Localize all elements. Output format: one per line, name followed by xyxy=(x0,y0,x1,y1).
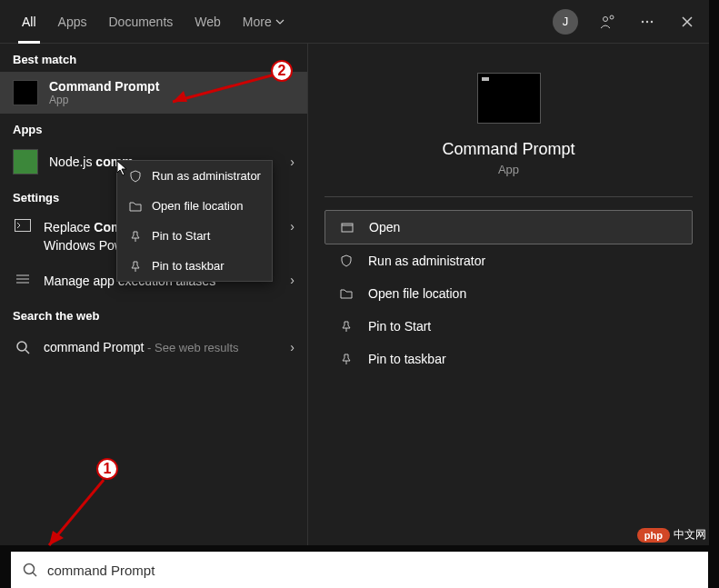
result-prefix: Node.js xyxy=(49,154,95,169)
cursor-icon xyxy=(116,160,129,176)
context-open-location[interactable]: Open file location xyxy=(117,191,272,221)
user-avatar[interactable]: J xyxy=(553,9,578,35)
web-result-0[interactable]: command Prompt - See web results › xyxy=(0,328,307,366)
context-label: Pin to taskbar xyxy=(152,259,225,273)
preview-pane: Command Prompt App Open Run as administr… xyxy=(307,44,709,545)
action-label: Open file location xyxy=(368,286,466,301)
svg-rect-7 xyxy=(342,224,353,232)
content-area: Best match Command Prompt App Apps Node.… xyxy=(0,44,709,545)
svg-rect-5 xyxy=(15,220,31,232)
watermark: php 中文网 xyxy=(637,527,706,543)
result-text: Command Prompt App xyxy=(49,79,295,106)
watermark-pill: php xyxy=(637,528,670,543)
action-open[interactable]: Open xyxy=(325,210,693,244)
more-options-button[interactable] xyxy=(636,11,658,33)
result-subtitle: App xyxy=(49,94,295,106)
chevron-right-icon: › xyxy=(290,273,295,287)
tab-apps[interactable]: Apps xyxy=(47,0,98,44)
context-label: Open file location xyxy=(152,199,243,213)
svg-point-1 xyxy=(610,15,614,19)
action-pin-taskbar[interactable]: Pin to taskbar xyxy=(325,343,693,375)
divider xyxy=(325,196,693,197)
pin-icon xyxy=(128,230,143,243)
tabs-row: All Apps Documents Web More J xyxy=(0,0,709,44)
section-best-match: Best match xyxy=(0,44,307,72)
action-label: Run as administrator xyxy=(368,254,485,268)
chevron-right-icon: › xyxy=(290,154,295,169)
tab-all[interactable]: All xyxy=(11,0,47,44)
action-label: Pin to taskbar xyxy=(368,352,446,366)
open-icon xyxy=(340,221,355,234)
folder-icon xyxy=(128,200,143,213)
chevron-down-icon xyxy=(275,17,285,26)
cmd-icon xyxy=(13,80,38,105)
nodejs-icon xyxy=(13,149,38,174)
svg-point-6 xyxy=(17,342,26,351)
web-text: command Prompt xyxy=(44,340,144,354)
svg-point-0 xyxy=(604,16,608,21)
chevron-right-icon: › xyxy=(290,219,295,234)
svg-point-4 xyxy=(651,20,653,22)
terminal-replace-icon xyxy=(13,219,33,232)
context-menu: Run as administrator Open file location … xyxy=(116,160,273,282)
preview-content: Command Prompt App Open Run as administr… xyxy=(325,62,693,375)
context-pin-taskbar[interactable]: Pin to taskbar xyxy=(117,251,272,281)
person-feedback-icon xyxy=(599,14,615,30)
section-apps: Apps xyxy=(0,114,307,142)
search-icon xyxy=(22,562,38,578)
tab-more[interactable]: More xyxy=(232,0,295,44)
shield-icon xyxy=(339,254,354,267)
tab-more-label: More xyxy=(243,15,272,29)
web-text-wrap: command Prompt - See web results xyxy=(44,339,239,355)
result-title: Command Prompt xyxy=(49,79,159,94)
pin-icon xyxy=(128,260,143,273)
pin-icon xyxy=(339,353,354,365)
svg-point-8 xyxy=(25,564,35,574)
tabs-right: J xyxy=(553,9,698,35)
feedback-button[interactable] xyxy=(596,11,618,33)
start-search-window: All Apps Documents Web More J Best match xyxy=(0,0,709,545)
search-bar[interactable] xyxy=(11,552,708,588)
context-label: Pin to Start xyxy=(152,229,210,243)
action-label: Open xyxy=(369,220,400,234)
chevron-right-icon: › xyxy=(290,340,295,354)
watermark-text: 中文网 xyxy=(674,527,706,543)
aliases-icon xyxy=(13,273,33,285)
preview-title: Command Prompt xyxy=(442,140,574,159)
close-button[interactable] xyxy=(676,11,698,33)
best-match-result[interactable]: Command Prompt App xyxy=(0,72,307,114)
folder-icon xyxy=(339,287,354,300)
action-list: Open Run as administrator Open file loca… xyxy=(325,210,693,375)
tab-documents[interactable]: Documents xyxy=(97,0,184,44)
t: Replace xyxy=(44,220,94,234)
svg-point-3 xyxy=(646,20,648,22)
action-open-location[interactable]: Open file location xyxy=(325,277,693,310)
close-icon xyxy=(681,15,694,28)
ellipsis-icon xyxy=(639,14,655,30)
action-label: Pin to Start xyxy=(368,319,431,334)
search-input[interactable] xyxy=(47,563,697,578)
context-run-admin[interactable]: Run as administrator xyxy=(117,161,272,191)
shield-icon xyxy=(128,170,143,183)
search-icon xyxy=(13,340,33,354)
tab-web[interactable]: Web xyxy=(184,0,232,44)
preview-subtitle: App xyxy=(498,163,519,176)
web-sub: - See web results xyxy=(144,341,238,354)
context-pin-start[interactable]: Pin to Start xyxy=(117,221,272,251)
action-pin-start[interactable]: Pin to Start xyxy=(325,310,693,343)
action-run-admin[interactable]: Run as administrator xyxy=(325,244,693,277)
pin-icon xyxy=(339,320,354,333)
context-label: Run as administrator xyxy=(152,169,261,183)
preview-cmd-icon xyxy=(477,73,541,124)
section-web: Search the web xyxy=(0,300,307,328)
results-pane: Best match Command Prompt App Apps Node.… xyxy=(0,44,307,545)
svg-point-2 xyxy=(642,20,644,22)
